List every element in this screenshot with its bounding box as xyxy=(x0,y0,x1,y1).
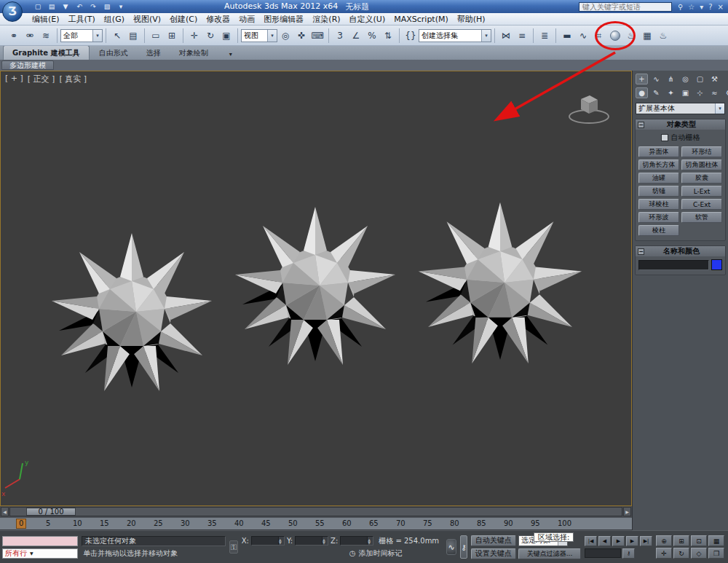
chevron-down-icon[interactable]: ▾ xyxy=(481,30,491,42)
set-key-mode-button[interactable]: ⚷ xyxy=(460,535,467,559)
bind-to-space-warp-icon[interactable]: ≋ xyxy=(39,28,53,43)
render-setup-icon[interactable]: ♨ xyxy=(624,28,638,43)
zoom-icon[interactable]: ⊕ xyxy=(656,535,672,546)
object-name-input[interactable] xyxy=(638,260,709,270)
viewport-shading-menu[interactable]: [ 真实 ] xyxy=(59,74,87,84)
object-type-button-5[interactable]: 胶囊 xyxy=(681,173,722,184)
select-and-scale-icon[interactable]: ▣ xyxy=(219,28,234,43)
search-icon[interactable]: ⚲ xyxy=(678,1,683,12)
select-and-manipulate-icon[interactable]: ✜ xyxy=(294,28,309,43)
object-type-button-11[interactable]: 软管 xyxy=(681,212,722,223)
play-button[interactable]: ▶ xyxy=(612,536,625,546)
chevron-down-icon[interactable]: ▼ xyxy=(30,551,33,556)
set-key-button[interactable]: 设置关键点 xyxy=(471,548,516,559)
object-type-button-1[interactable]: 环形结 xyxy=(681,146,722,157)
percent-snap-icon[interactable]: % xyxy=(365,28,379,43)
object-type-button-10[interactable]: 环形波 xyxy=(638,212,679,223)
menu-item-9[interactable]: 自定义(U) xyxy=(345,13,390,25)
application-menu-button[interactable]: Ʒ xyxy=(2,1,23,22)
object-type-button-12[interactable]: 棱柱 xyxy=(638,225,679,236)
chevron-down-icon[interactable]: ▾ xyxy=(92,30,102,42)
pan-icon[interactable]: ✛ xyxy=(656,548,672,559)
object-type-button-8[interactable]: 球棱柱 xyxy=(638,199,679,210)
viewcube[interactable] xyxy=(569,95,609,123)
primitive-category-combo[interactable]: 扩展基本体 ▾ xyxy=(636,103,725,114)
ribbon-tab-1[interactable]: 自由形式 xyxy=(90,46,137,60)
zoom-all-icon[interactable]: ⊞ xyxy=(673,535,689,546)
spinner-icon[interactable]: ▲ ▼ xyxy=(278,537,284,545)
viewport-pov-menu[interactable]: [ 正交 ] xyxy=(28,74,55,84)
menu-item-2[interactable]: 组(G) xyxy=(100,13,129,25)
object-type-button-9[interactable]: C-Ext xyxy=(681,199,722,210)
macro-recorder-line[interactable] xyxy=(2,536,78,546)
ribbon-subtab-polygon-modeling[interactable]: 多边形建模 xyxy=(1,60,54,70)
graphite-ribbon-toggle-icon[interactable]: ▬ xyxy=(560,28,574,43)
rendered-frame-window-icon[interactable]: ▦ xyxy=(640,28,654,43)
star-object-2[interactable] xyxy=(235,207,395,365)
window-crossing-icon[interactable]: ⊞ xyxy=(165,28,179,43)
menu-item-11[interactable]: 帮助(H) xyxy=(453,13,490,25)
chevron-down-icon[interactable]: ▾ xyxy=(700,1,703,12)
viewport[interactable]: [ + ] [ 正交 ] [ 真实 ] xyxy=(0,71,632,506)
layer-manager-icon[interactable]: ≣ xyxy=(537,28,552,43)
star-object-3[interactable] xyxy=(419,202,582,363)
category-lights-icon[interactable]: ✦ xyxy=(665,87,677,98)
curve-editor-icon[interactable]: ∿ xyxy=(576,28,590,43)
maxscript-mini-listener[interactable]: 所有行 ▼ xyxy=(2,536,78,559)
time-slider-track[interactable]: 0 / 100 xyxy=(9,507,622,516)
menu-item-7[interactable]: 图形编辑器 xyxy=(259,13,308,25)
category-spacewarps-icon[interactable]: ≈ xyxy=(708,87,721,98)
key-step-toggle[interactable]: ⚷ xyxy=(622,548,635,559)
go-to-start-button[interactable]: |◀ xyxy=(585,536,597,546)
project-folder-icon[interactable]: ▧ xyxy=(101,1,113,12)
star-icon[interactable]: ☆ xyxy=(688,1,695,12)
category-systems-icon[interactable]: ⚙ xyxy=(723,87,728,98)
object-type-button-2[interactable]: 切角长方体 xyxy=(638,160,679,170)
object-type-button-6[interactable]: 纺锤 xyxy=(638,186,679,197)
tab-modify-icon[interactable]: ∿ xyxy=(650,74,662,84)
track-bar[interactable]: 0510152025303540455055606570758085909510… xyxy=(0,517,632,530)
default-key-tangent-button[interactable]: ∿ xyxy=(446,539,456,555)
add-time-tag[interactable]: ◷ 添加时间标记 xyxy=(242,548,439,559)
next-frame-arrow[interactable]: ▶ xyxy=(623,507,631,516)
keyboard-shortcut-override-icon[interactable]: ⌨ xyxy=(310,28,325,43)
reference-coordinate-combo[interactable]: 视图▾ xyxy=(241,29,277,42)
orbit-icon[interactable]: ↻ xyxy=(673,548,689,559)
close-icon[interactable]: × xyxy=(718,1,724,12)
name-color-rollout-header[interactable]: − 名称和颜色 xyxy=(636,246,725,256)
fov-icon[interactable]: ◇ xyxy=(691,548,707,559)
undo-icon[interactable]: ↶ xyxy=(74,1,85,12)
star-object-1[interactable] xyxy=(52,233,212,391)
tab-display-icon[interactable]: ▢ xyxy=(694,74,706,84)
snap-toggle-3d-icon[interactable]: 3 xyxy=(333,28,347,43)
category-helpers-icon[interactable]: ⊹ xyxy=(694,87,706,98)
menu-item-6[interactable]: 动画 xyxy=(234,13,259,25)
key-filters-button[interactable]: 关键点过滤器... xyxy=(518,548,581,559)
select-and-link-icon[interactable]: ⚭ xyxy=(7,28,21,43)
new-file-icon[interactable]: ▢ xyxy=(32,1,44,12)
autogrid-checkbox[interactable] xyxy=(661,134,668,141)
tab-motion-icon[interactable]: ◎ xyxy=(679,74,692,84)
collapse-icon[interactable]: − xyxy=(638,122,644,128)
go-to-end-button[interactable]: ▶| xyxy=(640,536,652,546)
menu-item-3[interactable]: 视图(V) xyxy=(129,13,165,25)
select-and-move-icon[interactable]: ✛ xyxy=(187,28,202,43)
listener-line[interactable]: 所有行 ▼ xyxy=(2,548,78,559)
category-cameras-icon[interactable]: ▣ xyxy=(679,87,692,98)
object-color-swatch[interactable] xyxy=(711,259,722,270)
coord-field-2[interactable]: ▲ ▼ xyxy=(340,536,373,546)
selection-filter-combo[interactable]: 全部▾ xyxy=(60,29,103,42)
spinner-icon[interactable]: ▲ ▼ xyxy=(322,537,328,545)
spinner-icon[interactable]: ▲ ▼ xyxy=(367,537,373,545)
spinner-snap-icon[interactable]: ⇅ xyxy=(381,28,395,43)
select-object-icon[interactable]: ↖ xyxy=(110,28,124,43)
viewport-general-menu[interactable]: [ + ] xyxy=(5,74,23,84)
previous-frame-button[interactable]: ◀ xyxy=(598,536,611,546)
rectangular-selection-icon[interactable]: ▭ xyxy=(149,28,163,43)
zoom-extents-all-icon[interactable]: ▦ xyxy=(708,535,724,546)
open-file-icon[interactable]: ▤ xyxy=(46,1,58,12)
time-slider-grip[interactable]: 0 / 100 xyxy=(26,508,76,516)
render-production-icon[interactable]: ♨ xyxy=(656,28,670,43)
use-pivot-point-center-icon[interactable]: ◎ xyxy=(278,28,293,43)
tab-utilities-icon[interactable]: ⚒ xyxy=(708,74,721,84)
